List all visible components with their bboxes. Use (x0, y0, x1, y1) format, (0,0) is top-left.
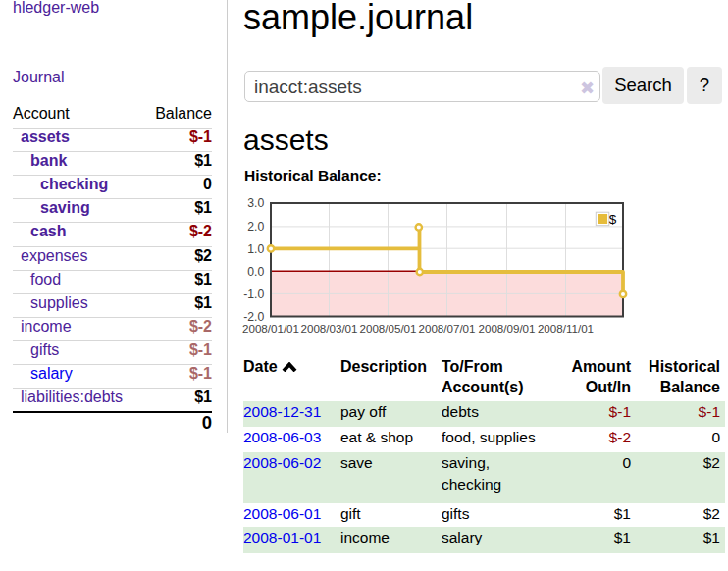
svg-text:3.0: 3.0 (247, 196, 264, 210)
svg-text:2008/07/01: 2008/07/01 (418, 322, 475, 335)
svg-text:$: $ (609, 212, 617, 227)
svg-text:2.0: 2.0 (247, 220, 264, 234)
svg-text:2008/09/01: 2008/09/01 (478, 322, 535, 335)
svg-text:0.0: 0.0 (247, 265, 264, 279)
svg-text:2008/01/01: 2008/01/01 (242, 322, 299, 335)
svg-text:2008/03/01: 2008/03/01 (300, 322, 357, 335)
svg-text:2008/11/01: 2008/11/01 (538, 322, 594, 335)
svg-text:-1.0: -1.0 (243, 287, 264, 301)
svg-text:1.0: 1.0 (247, 242, 264, 256)
svg-text:2008/05/01: 2008/05/01 (359, 322, 416, 335)
